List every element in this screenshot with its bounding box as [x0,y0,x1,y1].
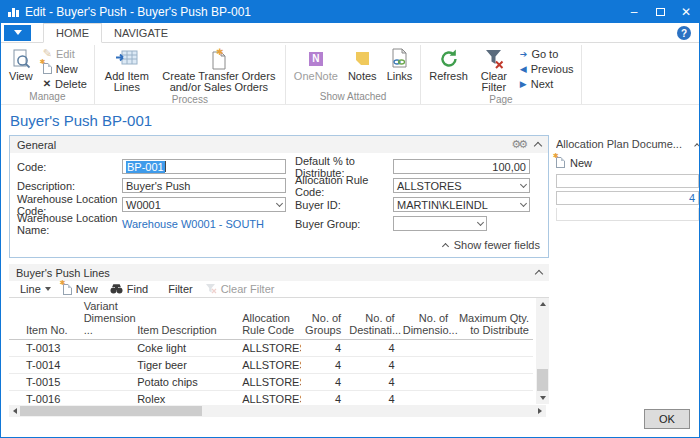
links-label: Links [387,71,413,82]
manage-group-label: Manage [4,91,91,104]
warehouse-location-name-link[interactable]: Warehouse W0001 - SOUTH [122,218,264,230]
description-label: Description: [17,180,122,192]
allocation-rule-code-value: ALLSTORES [397,180,462,192]
vertical-scroll-thumb[interactable] [537,369,548,391]
svg-text:✱: ✱ [216,47,224,57]
close-button[interactable]: ✕ [673,1,699,23]
factbox-empty-field[interactable] [556,174,699,188]
page-group-label: Page [424,94,577,106]
ribbon: View ✎ Edit New ✕ Delete [1,43,699,105]
line-find-button[interactable]: Find [104,282,154,297]
general-header[interactable]: General ⚙⚙ [10,136,548,153]
buyer-group-field[interactable] [393,216,487,231]
line-menu-button[interactable]: Line [14,282,57,297]
factbox-count-field[interactable]: 4 [556,191,699,205]
vertical-scrollbar[interactable] [536,298,549,404]
chevron-down-icon[interactable] [477,218,484,225]
create-orders-label: Create Transfer Orders and/or Sales Orde… [161,71,277,93]
new-label: New [56,63,78,75]
previous-button[interactable]: ◀ Previous [516,61,578,76]
application-menu-button[interactable] [4,25,31,41]
notes-button[interactable]: Notes [343,45,382,83]
tab-home[interactable]: HOME [43,23,102,43]
process-group-label: Process [98,94,282,106]
delete-button[interactable]: ✕ Delete [39,76,91,91]
minimize-button[interactable]: – [621,1,647,23]
show-fewer-fields-label: Show fewer fields [454,239,540,251]
chevron-down-icon[interactable] [276,199,283,206]
buyer-id-field[interactable]: MARTIN\KLEINDL [393,197,530,212]
default-pct-field[interactable]: 100,00 [393,159,530,174]
previous-label: Previous [531,63,574,75]
clear-filter-button[interactable]: Clear Filter [473,45,515,94]
lines-grid: Item No. VariantDimension ... Item Descr… [9,298,549,404]
chevron-down-icon[interactable] [520,199,527,206]
ribbon-tab-row: HOME NAVIGATE ? [1,23,699,43]
next-label: Next [531,78,554,90]
lines-header[interactable]: Buyer's Push Lines [9,264,549,281]
chevron-down-icon [45,287,51,291]
allocation-rule-code-field[interactable]: ALLSTORES [393,178,530,193]
collapse-general-icon[interactable] [534,142,542,150]
goto-label: Go to [531,48,558,60]
refresh-button[interactable]: Refresh [424,45,473,83]
horizontal-scrollbar[interactable] [9,405,546,417]
lines-header-label: Buyer's Push Lines [16,267,536,279]
factbox-empty-row [556,208,699,221]
buyer-group-label: Buyer Group: [295,218,393,230]
chevron-down-icon[interactable] [520,180,527,187]
scroll-up-arrow[interactable] [536,298,549,310]
goto-button[interactable]: ➔ Go to [516,46,578,61]
code-field[interactable]: BP-001 [122,159,286,174]
links-button[interactable]: Links [382,45,418,83]
next-button[interactable]: ▶ Next [516,76,578,91]
collapse-factbox-icon[interactable] [694,143,700,149]
factbox-new-label: New [570,157,592,169]
factbox-count-link[interactable]: 4 [689,192,695,204]
collapse-lines-icon[interactable] [535,270,543,278]
refresh-icon [438,46,460,71]
general-fasttab: General ⚙⚙ Code: BP-001 Description: Buy… [9,135,549,258]
delete-x-icon: ✕ [43,78,51,89]
add-item-lines-button[interactable]: Add Item Lines [98,45,156,94]
line-find-label: Find [127,283,148,295]
show-fewer-fields-link[interactable]: Show fewer fields [10,235,548,257]
clear-filter-icon [483,46,505,71]
maximize-button[interactable] [647,1,673,23]
table-header-row[interactable]: Item No. VariantDimension ... Item Descr… [9,298,533,340]
table-row[interactable]: T-0016RolexALLSTORES44 [9,391,533,405]
tab-navigate[interactable]: NAVIGATE [102,24,180,42]
table-row[interactable]: T-0015Potato chipsALLSTORES44 [9,374,533,391]
text-cursor [165,161,166,172]
view-label: View [9,71,33,82]
table-row[interactable]: T-0014Tiger beerALLSTORES44 [9,357,533,374]
page-title: Buyer's Push BP-001 [1,105,699,135]
help-button[interactable]: ? [677,26,691,40]
description-field[interactable]: Buyer's Push [122,178,286,193]
gear-icon[interactable]: ⚙⚙ [511,138,525,151]
chevron-down-icon [14,30,22,35]
ok-button[interactable]: OK [644,409,690,429]
line-new-button[interactable]: New [57,282,104,297]
create-orders-button[interactable]: ✱ Create Transfer Orders and/or Sales Or… [156,45,282,94]
table-row[interactable]: T-0013Coke lightALLSTORES44 [9,340,533,357]
buyer-id-label: Buyer ID: [295,199,393,211]
window-title: Edit - Buyer's Push - Buyer's Push BP-00… [25,5,621,19]
scroll-down-arrow[interactable] [536,392,549,404]
clear-filter-label: Clear Filter [478,71,510,93]
new-document-icon [43,63,52,74]
factbox-new-button[interactable]: New [556,154,699,171]
factbox-header[interactable]: Allocation Plan Docume... [556,136,699,152]
line-filter-button[interactable]: Filter [162,282,198,297]
new-button[interactable]: New [39,61,91,76]
ribbon-group-manage: View ✎ Edit New ✕ Delete [1,45,95,104]
edit-button[interactable]: ✎ Edit [39,46,91,61]
view-button[interactable]: View [4,45,38,83]
general-header-label: General [17,139,511,151]
line-clear-filter-button[interactable]: Clear Filter [199,282,281,297]
warehouse-location-code-field[interactable]: W0001 [122,197,286,212]
onenote-button[interactable]: N OneNote [289,45,343,83]
horizontal-scroll-thumb[interactable] [20,406,202,416]
scroll-right-arrow[interactable] [534,405,546,417]
edit-window: Edit - Buyer's Push - Buyer's Push BP-00… [0,0,700,438]
